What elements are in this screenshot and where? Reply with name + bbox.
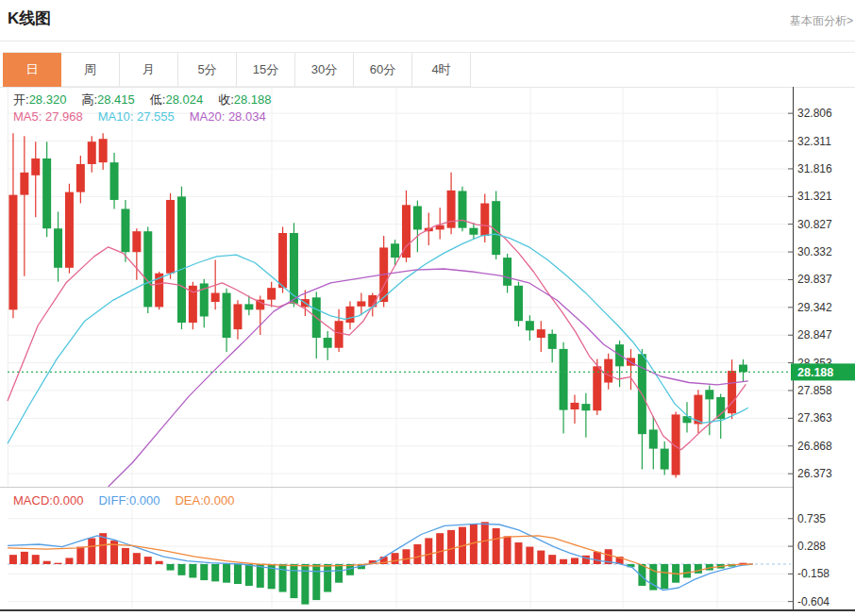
candle-body (65, 192, 74, 268)
macd-bar (122, 548, 129, 564)
kline-chart-canvas[interactable]: 32.80632.31131.81631.32130.82730.33229.8… (0, 87, 855, 616)
macd-bar (211, 564, 219, 581)
candle-body (560, 349, 568, 410)
ma10-line (8, 234, 748, 443)
macd-bar (167, 564, 175, 571)
candle-body (458, 191, 466, 227)
candle-body (526, 321, 534, 330)
candle-body (728, 371, 736, 413)
macd-bar (144, 557, 152, 564)
macd-bar (402, 549, 410, 564)
current-price-badge-text: 28.188 (797, 366, 833, 379)
macd-bar (279, 564, 287, 592)
macd-bar (290, 564, 297, 598)
macd-bar (548, 555, 556, 564)
candle-body (88, 142, 96, 164)
candle-body (469, 228, 478, 235)
candle-body (110, 162, 119, 200)
macd-bar (571, 558, 578, 564)
candle-body (42, 158, 51, 228)
candle-body (480, 204, 489, 236)
macd-bar (537, 551, 545, 564)
candle-body (402, 205, 411, 258)
price-axis-label: 28.847 (797, 328, 832, 341)
macd-bar (413, 544, 421, 564)
candle-body (233, 304, 242, 329)
candle-body (705, 390, 713, 399)
candle-body (357, 301, 365, 306)
candle-body (570, 403, 578, 409)
candle-body (166, 200, 175, 274)
macd-bar (133, 553, 141, 564)
candle-body (177, 196, 186, 323)
tab-5min[interactable]: 5分 (178, 53, 237, 87)
candle-body (121, 208, 129, 252)
macd-bar (223, 564, 230, 583)
macd-bar (594, 552, 601, 564)
interval-tabs: 日周月5分15分30分60分4时 (3, 52, 855, 87)
candle-body (739, 365, 747, 373)
macd-bar (493, 528, 500, 564)
candle-body (604, 359, 612, 383)
candle-body (345, 307, 354, 323)
macd-bar (177, 564, 185, 575)
price-axis-label: 27.858 (797, 384, 832, 397)
macd-bar (245, 564, 253, 586)
price-axis-label: 27.363 (797, 411, 832, 425)
price-axis-label: 26.868 (797, 440, 832, 453)
macd-bar (88, 538, 95, 564)
tab-month[interactable]: 月 (120, 53, 178, 87)
macd-bar (55, 563, 62, 564)
price-axis-label: 26.373 (797, 467, 832, 480)
tab-4hour[interactable]: 4时 (412, 53, 471, 87)
candle-body (661, 449, 669, 470)
macd-bar (504, 536, 511, 564)
price-axis-label: 29.837 (797, 273, 832, 286)
macd-bar (425, 538, 432, 564)
macd-bar (156, 561, 163, 564)
tab-day[interactable]: 日 (3, 53, 61, 87)
macd-bar (392, 553, 399, 564)
fundamental-analysis-link[interactable]: 基本面分析> (790, 13, 853, 29)
macd-bar (189, 564, 196, 577)
price-axis-label: 30.827 (797, 218, 832, 231)
candle-body (503, 258, 511, 286)
kline-chart-area: 32.80632.31131.81631.32130.82730.33229.8… (0, 87, 855, 616)
tab-60min[interactable]: 60分 (354, 53, 412, 87)
macd-bar (32, 555, 40, 564)
candle-body (413, 206, 422, 229)
tab-15min[interactable]: 15分 (237, 53, 295, 87)
candle-body (8, 195, 17, 310)
macd-bar (76, 547, 84, 564)
macd-bar (43, 561, 51, 564)
macd-bar (481, 522, 489, 564)
macd-bar (436, 533, 444, 564)
macd-bar (65, 558, 73, 564)
candle-body (211, 293, 220, 303)
tab-30min[interactable]: 30分 (295, 53, 354, 87)
candle-body (593, 366, 601, 410)
macd-bar (9, 555, 17, 564)
candle-body (716, 397, 725, 419)
candle-body (76, 164, 85, 192)
candle-body (143, 231, 152, 307)
kline-page: K线图 基本面分析> 日周月5分15分30分60分4时 32.80632.311… (0, 0, 855, 616)
candle-body (54, 228, 62, 268)
macd-bar (335, 564, 343, 583)
tab-week[interactable]: 周 (61, 53, 120, 87)
header-divider (0, 41, 855, 42)
candle-body (267, 288, 276, 299)
candle-body (99, 139, 108, 162)
macd-bar (526, 547, 533, 564)
candle-body (537, 329, 545, 338)
macd-bar (683, 564, 691, 577)
macd-bar (638, 564, 645, 586)
candle-body (278, 233, 287, 288)
page-title: K线图 (8, 8, 51, 29)
macd-bar (301, 564, 309, 605)
macd-axis-label: -0.604 (797, 595, 830, 608)
candle-body (548, 334, 557, 349)
macd-bar (560, 559, 567, 564)
macd-bar (514, 542, 522, 564)
price-axis-label: 31.321 (797, 190, 832, 203)
